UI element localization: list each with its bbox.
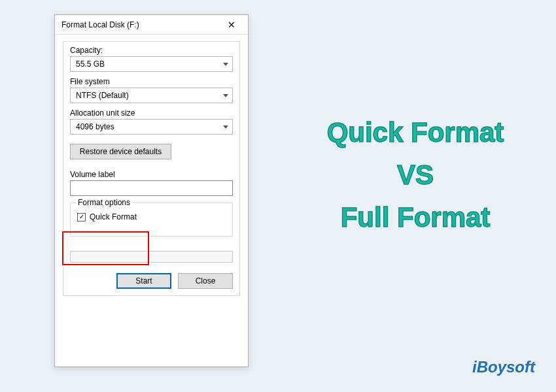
- headline-line1: Quick Format: [288, 111, 543, 154]
- main-group: Capacity: 55.5 GB File system NTFS (Defa…: [63, 41, 240, 296]
- alloc-label: Allocation unit size: [70, 108, 233, 118]
- progress-bar: [70, 251, 233, 263]
- chevron-down-icon: [223, 63, 228, 66]
- brand-logo: iBoysoft: [472, 358, 535, 376]
- restore-defaults-label: Restore device defaults: [80, 147, 162, 156]
- start-button[interactable]: Start: [116, 273, 171, 289]
- restore-defaults-button[interactable]: Restore device defaults: [70, 144, 171, 159]
- start-button-label: Start: [135, 276, 152, 286]
- volume-label-label: Volume label: [70, 170, 233, 179]
- alloc-value: 4096 bytes: [76, 122, 114, 131]
- headline-line2: VS: [288, 154, 543, 196]
- quick-format-checkbox[interactable]: ✓: [77, 213, 86, 221]
- filesystem-label: File system: [70, 77, 233, 86]
- dialog-buttons: Start Close: [70, 273, 233, 289]
- chevron-down-icon: [223, 125, 228, 129]
- check-icon: ✓: [79, 214, 84, 220]
- capacity-label: Capacity:: [70, 46, 233, 55]
- headline: Quick Format VS Full Format: [288, 111, 543, 238]
- filesystem-select[interactable]: NTFS (Default): [70, 88, 233, 103]
- format-options-legend: Format options: [76, 198, 132, 207]
- close-button[interactable]: Close: [178, 273, 233, 289]
- capacity-value: 55.5 GB: [76, 59, 105, 69]
- close-icon[interactable]: ✕: [220, 18, 243, 32]
- dialog-title: Format Local Disk (F:): [61, 20, 139, 29]
- filesystem-value: NTFS (Default): [76, 91, 129, 100]
- chevron-down-icon: [223, 94, 228, 97]
- capacity-select[interactable]: 55.5 GB: [70, 56, 233, 72]
- titlebar: Format Local Disk (F:) ✕: [55, 15, 248, 35]
- alloc-select[interactable]: 4096 bytes: [70, 119, 233, 135]
- volume-label-input[interactable]: [70, 180, 233, 196]
- dialog-body: Capacity: 55.5 GB File system NTFS (Defa…: [55, 35, 248, 367]
- headline-line3: Full Format: [288, 196, 543, 238]
- format-dialog: Format Local Disk (F:) ✕ Capacity: 55.5 …: [54, 14, 249, 367]
- format-options-group: Format options ✓ Quick Format: [70, 203, 233, 237]
- close-button-label: Close: [196, 276, 216, 286]
- quick-format-label: Quick Format: [90, 212, 137, 221]
- quick-format-row[interactable]: ✓ Quick Format: [77, 212, 226, 221]
